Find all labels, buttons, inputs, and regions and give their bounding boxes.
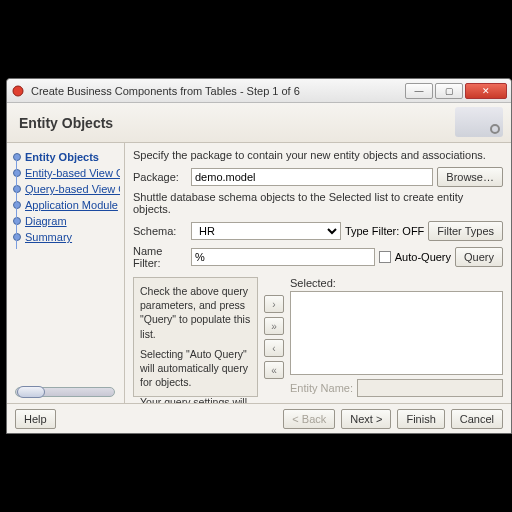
double-chevron-left-icon: « [271,365,277,376]
nav-diagram[interactable]: Diagram [11,213,120,229]
main-panel: Specify the package to contain your new … [125,143,511,403]
next-button[interactable]: Next > [341,409,391,429]
minimize-button[interactable]: — [405,83,433,99]
browse-button[interactable]: Browse… [437,167,503,187]
available-list-hint: Check the above query parameters, and pr… [133,277,258,397]
entity-name-label: Entity Name: [290,382,353,394]
nav-application-module[interactable]: Application Module [11,197,120,213]
move-left-button[interactable]: ‹ [264,339,284,357]
entity-name-input[interactable] [357,379,503,397]
chevron-right-icon: › [272,299,275,310]
nav-summary[interactable]: Summary [11,229,120,245]
help-button[interactable]: Help [15,409,56,429]
auto-query-label: Auto-Query [395,251,451,263]
double-chevron-right-icon: » [271,321,277,332]
maximize-button[interactable]: ▢ [435,83,463,99]
wizard-header: Entity Objects [7,103,511,143]
app-icon [11,84,25,98]
svg-point-0 [13,86,23,96]
nav-progress-slider[interactable] [15,387,115,397]
wizard-nav: Entity Objects Entity-based View Obje Qu… [7,143,125,403]
query-button[interactable]: Query [455,247,503,267]
package-input[interactable] [191,168,433,186]
selected-label: Selected: [290,277,503,289]
name-filter-input[interactable] [191,248,375,266]
move-all-left-button[interactable]: « [264,361,284,379]
page-title: Entity Objects [19,115,113,131]
close-button[interactable]: ✕ [465,83,507,99]
intro-text: Specify the package to contain your new … [133,149,503,161]
move-right-button[interactable]: › [264,295,284,313]
move-all-right-button[interactable]: » [264,317,284,335]
type-filter-status: Type Filter: OFF [345,225,424,237]
filter-types-button[interactable]: Filter Types [428,221,503,241]
name-filter-label: Name Filter: [133,245,187,269]
nav-query-view-objects[interactable]: Query-based View Obje [11,181,120,197]
gear-icon [490,124,500,134]
nav-entity-view-objects[interactable]: Entity-based View Obje [11,165,120,181]
header-graphic [455,107,503,137]
shuttle-instruction: Shuttle database schema objects to the S… [133,191,503,215]
wizard-footer: Help < Back Next > Finish Cancel [7,403,511,433]
window-title: Create Business Components from Tables -… [31,85,403,97]
chevron-left-icon: ‹ [272,343,275,354]
titlebar[interactable]: Create Business Components from Tables -… [7,79,511,103]
finish-button[interactable]: Finish [397,409,444,429]
slider-thumb[interactable] [17,386,45,398]
cancel-button[interactable]: Cancel [451,409,503,429]
back-button[interactable]: < Back [283,409,335,429]
selected-list[interactable] [290,291,503,375]
auto-query-checkbox[interactable] [379,251,391,263]
wizard-window: Create Business Components from Tables -… [6,78,512,434]
package-label: Package: [133,171,187,183]
schema-label: Schema: [133,225,187,237]
schema-select[interactable]: HR [191,222,341,240]
nav-entity-objects[interactable]: Entity Objects [11,149,120,165]
